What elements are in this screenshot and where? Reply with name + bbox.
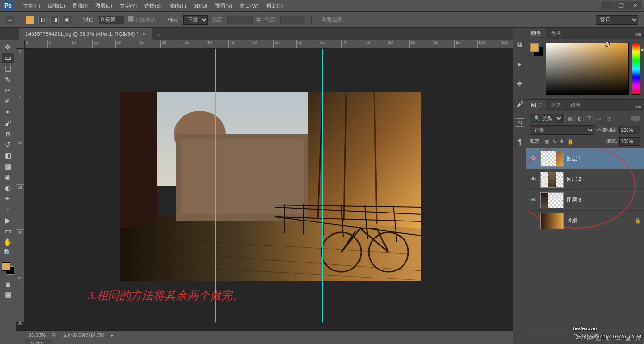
style-select[interactable]: 正常 <box>183 15 208 25</box>
layer-row[interactable]: 👁图层 1 <box>526 148 644 169</box>
brush-tool[interactable]: 🖌 <box>2 118 14 128</box>
blend-mode-select[interactable]: 正常 <box>530 125 594 135</box>
history-brush-tool[interactable]: ↺ <box>2 139 14 150</box>
actions-panel-icon[interactable]: ▸ <box>515 59 525 69</box>
workspace-select[interactable]: 常用 <box>596 15 638 25</box>
feather-input[interactable] <box>99 16 124 24</box>
eyedropper-tool[interactable]: ✐ <box>2 96 14 106</box>
move-tool[interactable]: ✥ <box>2 42 14 52</box>
history-panel-icon[interactable]: ⧉ <box>515 39 525 49</box>
gradient-tool[interactable]: ▦ <box>2 161 14 172</box>
healing-tool[interactable]: ✦ <box>2 107 14 117</box>
menu-T[interactable]: 滤镜(T) <box>165 1 190 10</box>
channels-tab[interactable]: 通道 <box>546 100 566 111</box>
opacity-input[interactable]: 100% <box>619 126 640 134</box>
zoom-tool[interactable]: 🔍 <box>2 248 14 258</box>
status-arrow-icon[interactable]: ▸ <box>111 332 114 338</box>
layer-name-label[interactable]: 图层 1 <box>567 155 641 162</box>
mode-icon-2[interactable]: ◨ <box>50 16 59 24</box>
export-icon[interactable]: ⎘ <box>52 332 56 338</box>
mode-icon-3[interactable]: ▣ <box>63 16 71 24</box>
panel-menu-icon[interactable]: ▾≡ <box>633 31 644 39</box>
ruler-horizontal[interactable]: 0510152025303540455055606570758085909510… <box>25 40 513 49</box>
minimize-button[interactable]: ─ <box>601 1 614 10</box>
layer-name-label[interactable]: 背景 <box>567 217 632 224</box>
color-swatches[interactable] <box>2 262 14 275</box>
shape-tool[interactable]: ▭ <box>2 226 14 237</box>
fill-input[interactable]: 100% <box>619 137 640 146</box>
quick-select-tool[interactable]: ✎ <box>2 74 14 85</box>
tab-overflow[interactable]: » <box>152 30 165 40</box>
menu-V[interactable]: 视图(V) <box>211 1 236 10</box>
hue-slider[interactable] <box>632 43 640 95</box>
crop-tool[interactable]: ✂ <box>2 85 14 96</box>
layer-visibility-icon[interactable]: 👁 <box>529 176 537 183</box>
layer-visibility-icon[interactable]: 👁 <box>529 197 537 204</box>
document-tab[interactable]: 1403577584281.jpg @ 33.3% (图层 1, RGB/8#)… <box>19 28 152 40</box>
close-button[interactable]: ✕ <box>628 1 642 10</box>
menu-H[interactable]: 帮助(H) <box>263 1 288 10</box>
filter-type-icon[interactable]: T <box>585 115 594 122</box>
layers-tab[interactable]: 图层 <box>526 100 546 111</box>
zoom-value[interactable]: 33.33% <box>28 332 46 338</box>
char-panel-icon[interactable]: A| <box>516 118 524 127</box>
layer-thumbnail[interactable] <box>540 172 564 188</box>
menu-DD[interactable]: 3D(D) <box>190 1 211 10</box>
blur-tool[interactable]: ◉ <box>2 172 14 182</box>
menu-F[interactable]: 文件(F) <box>19 1 44 10</box>
path-select-tool[interactable]: ▶ <box>2 215 14 226</box>
layer-thumbnail[interactable] <box>540 192 564 208</box>
stamp-tool[interactable]: ⧈ <box>2 129 14 139</box>
layer-row[interactable]: 👁图层 2 <box>526 169 644 190</box>
panel-fg-swatch[interactable] <box>530 43 539 52</box>
layer-row[interactable]: 背景🔒 <box>526 211 644 231</box>
swatches-tab[interactable]: 色板 <box>546 28 566 39</box>
type-tool[interactable]: T <box>2 205 14 215</box>
screenmode-tool[interactable]: ▣ <box>2 289 14 300</box>
dodge-tool[interactable]: ◐ <box>2 183 14 193</box>
fg-color-swatch[interactable] <box>2 262 10 271</box>
pen-tool[interactable]: ✒ <box>2 194 14 204</box>
filter-pixel-icon[interactable]: ▦ <box>565 115 574 122</box>
fill-swatch[interactable] <box>26 16 34 24</box>
maximize-button[interactable]: ❐ <box>615 1 628 10</box>
lock-all-icon[interactable]: 🔒 <box>567 139 574 144</box>
layer-name-label[interactable]: 图层 2 <box>567 176 641 183</box>
canvas-viewport[interactable]: 3.相同的方法将其余两个做完。 <box>25 49 513 322</box>
color-tab[interactable]: 颜色 <box>526 28 546 39</box>
lock-pixels-icon[interactable]: ✎ <box>552 139 556 144</box>
color-field[interactable] <box>546 43 629 95</box>
close-tab-icon[interactable]: × <box>142 31 146 38</box>
layer-thumbnail[interactable] <box>540 151 564 167</box>
layer-row[interactable]: 👁图层 3 <box>526 190 644 211</box>
layers-menu-icon[interactable]: ▾≡ <box>633 103 644 111</box>
filter-adjust-icon[interactable]: ◐ <box>575 115 584 122</box>
layer-name-label[interactable]: 图层 3 <box>567 197 641 204</box>
filter-smart-icon[interactable]: ◫ <box>605 115 613 122</box>
layer-thumbnail[interactable] <box>540 213 564 229</box>
hand-tool[interactable]: ✋ <box>2 237 14 247</box>
marquee-tool-icon[interactable]: ▭ <box>6 16 14 24</box>
filter-shape-icon[interactable]: ▱ <box>595 115 603 122</box>
guide-2[interactable] <box>322 49 323 322</box>
menu-I[interactable]: 图像(I) <box>69 1 91 10</box>
menu-S[interactable]: 选择(S) <box>140 1 165 10</box>
menu-W[interactable]: 窗口(W) <box>236 1 263 10</box>
lock-position-icon[interactable]: ✥ <box>560 139 564 144</box>
refine-edge-button[interactable]: 调整边缘... <box>317 15 351 25</box>
marquee-tool[interactable]: ▭ <box>2 53 14 63</box>
paragraph-panel-icon[interactable]: ¶ <box>515 136 525 147</box>
lock-transparent-icon[interactable]: ▦ <box>544 139 549 144</box>
guide-1[interactable] <box>215 49 216 322</box>
color-panel-swatches[interactable] <box>530 43 543 56</box>
timeline-tab[interactable]: 时间轴 <box>25 339 51 344</box>
mode-icon-1[interactable]: ◧ <box>38 16 47 24</box>
lasso-tool[interactable]: ❏ <box>2 64 14 74</box>
properties-panel-icon[interactable]: ✥ <box>515 79 525 89</box>
eraser-tool[interactable]: ◧ <box>2 150 14 161</box>
menu-L[interactable]: 图层(L) <box>91 1 116 10</box>
layer-filter-select[interactable]: 🔍 类型 <box>530 114 563 123</box>
brush-panel-icon[interactable]: 🖌 <box>515 98 525 109</box>
menu-Y[interactable]: 文字(Y) <box>116 1 141 10</box>
filter-toggle[interactable] <box>631 116 640 121</box>
